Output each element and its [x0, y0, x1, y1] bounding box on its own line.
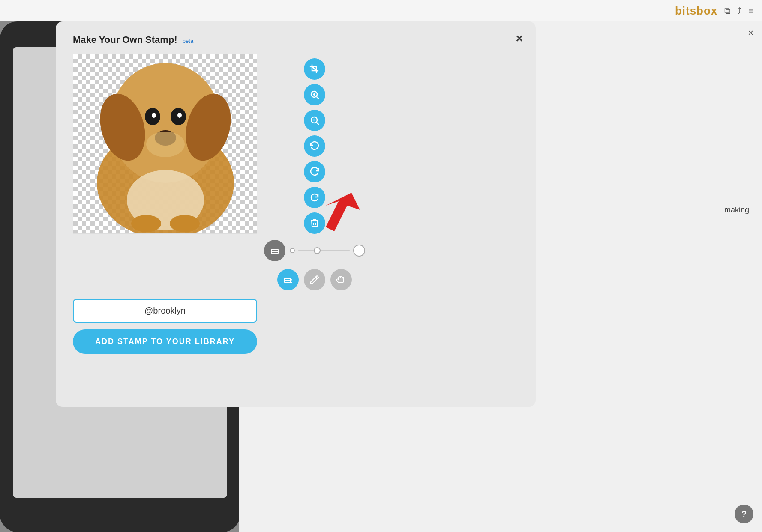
stamp-canvas[interactable] — [73, 54, 257, 234]
redo-button[interactable] — [304, 161, 325, 182]
top-bar: bitsbox ⧉ ⤴ ≡ — [0, 0, 762, 21]
copy-icon[interactable]: ⧉ — [724, 6, 730, 16]
image-area — [73, 54, 519, 290]
menu-icon[interactable]: ≡ — [748, 6, 753, 16]
modal-title: Make Your Own Stamp! beta — [73, 34, 519, 45]
modal-close-button[interactable]: × — [516, 32, 523, 45]
slider-start-indicator — [290, 248, 295, 253]
svg-line-19 — [317, 123, 319, 125]
dog-image — [73, 54, 257, 234]
red-arrow — [309, 188, 360, 233]
hand-mode-button[interactable] — [330, 269, 352, 290]
slider-end-indicator — [353, 245, 365, 257]
svg-point-7 — [177, 113, 182, 118]
brush-mode-row — [277, 269, 352, 290]
background-text: making — [724, 206, 749, 215]
add-stamp-button[interactable]: ADD STAMP TO YOUR LIBRARY — [73, 329, 257, 354]
svg-point-9 — [146, 132, 185, 157]
crop-button[interactable] — [304, 58, 325, 80]
panel-close-button[interactable]: × — [748, 27, 753, 39]
help-button[interactable]: ? — [735, 505, 753, 523]
pen-mode-button[interactable] — [304, 269, 325, 290]
slider-track[interactable] — [298, 250, 350, 251]
tools-column — [264, 54, 365, 290]
bitsbox-logo: bitsbox — [675, 4, 717, 18]
zoom-out-button[interactable] — [304, 110, 325, 131]
bottom-input-area: ADD STAMP TO YOUR LIBRARY — [73, 299, 519, 354]
brush-size-slider[interactable] — [290, 245, 365, 257]
svg-marker-27 — [326, 193, 360, 231]
make-stamp-modal: Make Your Own Stamp! beta × — [56, 21, 536, 407]
undo-button[interactable] — [304, 135, 325, 157]
eraser-row — [264, 240, 365, 261]
eraser-button[interactable] — [264, 240, 285, 261]
beta-badge: beta — [183, 38, 193, 44]
share-icon[interactable]: ⤴ — [737, 6, 741, 16]
svg-point-6 — [152, 113, 156, 118]
zoom-in-button[interactable] — [304, 84, 325, 105]
svg-point-12 — [170, 215, 200, 232]
svg-point-11 — [131, 215, 161, 232]
slider-thumb[interactable] — [314, 247, 321, 254]
svg-line-15 — [317, 97, 319, 99]
stamp-name-input[interactable] — [73, 299, 257, 323]
eraser-mode-button[interactable] — [277, 269, 299, 290]
